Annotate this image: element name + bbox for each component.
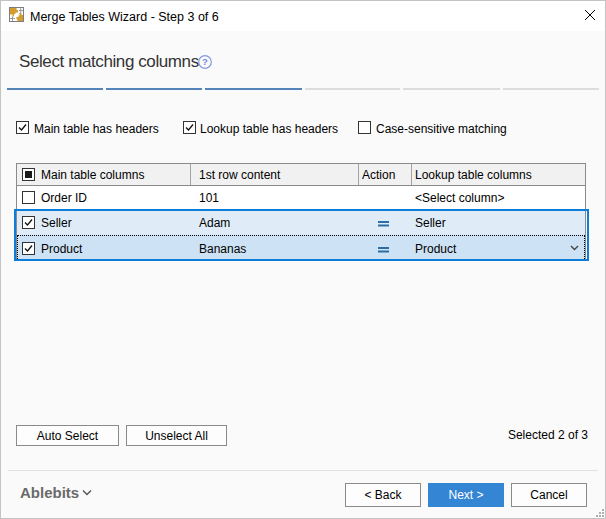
- svg-text:?: ?: [202, 56, 208, 67]
